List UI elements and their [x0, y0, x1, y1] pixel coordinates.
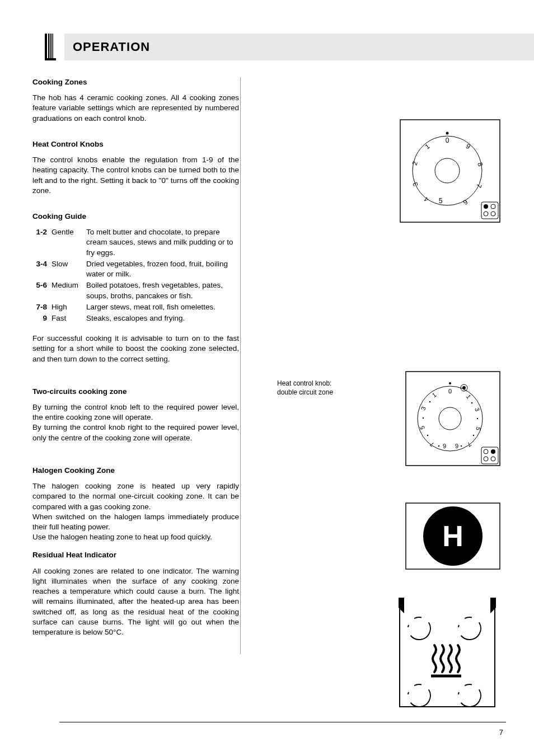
svg-text:1: 1 — [424, 142, 432, 151]
svg-point-50 — [484, 449, 488, 454]
svg-text:9: 9 — [465, 142, 472, 151]
svg-text:1: 1 — [431, 391, 438, 398]
svg-point-26 — [439, 407, 461, 430]
svg-text:H: H — [442, 520, 463, 552]
text-residual: All cooking zones are related to one ind… — [32, 566, 239, 638]
heading-halogen: Halogen Cooking Zone — [32, 466, 239, 476]
svg-rect-2 — [50, 34, 51, 59]
header-bar: OPERATION — [56, 34, 534, 60]
knob-dial-double-icon: 0 1 3 5 7 9 9 7 5 3 1 — [405, 371, 500, 468]
svg-text:5: 5 — [439, 197, 443, 205]
svg-point-21 — [491, 204, 495, 209]
svg-point-27 — [449, 382, 451, 384]
svg-point-23 — [491, 212, 495, 216]
text-cooking-guide-footer: For successful cooking it is advisable t… — [32, 334, 239, 364]
svg-text:3: 3 — [420, 406, 427, 411]
svg-rect-24 — [406, 372, 500, 466]
cooking-guide-table: 1-2 Gentle To melt butter and chocolate,… — [32, 227, 239, 323]
svg-rect-49 — [481, 447, 498, 464]
heading-heat-control: Heat Control Knobs — [32, 139, 239, 149]
svg-point-8 — [446, 132, 449, 135]
svg-point-43 — [427, 435, 428, 436]
knob-caption: Heat control knob: double circuit zone — [277, 379, 350, 397]
svg-rect-0 — [45, 34, 47, 59]
svg-point-7 — [435, 158, 460, 183]
svg-point-52 — [484, 457, 488, 461]
svg-point-45 — [461, 445, 462, 447]
svg-rect-19 — [481, 202, 498, 219]
svg-rect-4 — [45, 58, 56, 60]
right-column: 0 9 8 7 6 5 4 3 2 1 Heat control knob: — [257, 77, 506, 654]
left-column: Cooking Zones The hob has 4 ceramic cook… — [28, 77, 241, 654]
text-two-circuits-2: By turning the control knob right to the… — [32, 422, 239, 443]
header-bars-icon — [28, 34, 64, 60]
footer-rule — [59, 722, 506, 722]
guide-row: 9 Fast Steaks, escalopes and frying. — [32, 313, 239, 323]
page-number: 7 — [499, 728, 503, 736]
svg-point-41 — [429, 401, 430, 402]
svg-text:0: 0 — [448, 388, 452, 395]
heading-cooking-guide: Cooking Guide — [32, 212, 239, 222]
svg-point-47 — [477, 418, 478, 419]
svg-text:3: 3 — [411, 181, 419, 187]
svg-text:9: 9 — [455, 443, 458, 449]
svg-rect-3 — [53, 34, 54, 59]
svg-text:0: 0 — [446, 137, 449, 144]
svg-point-53 — [491, 457, 495, 461]
heading-two-circuits: Two-circuits cooking zone — [32, 387, 239, 397]
svg-text:9: 9 — [443, 443, 446, 449]
svg-rect-1 — [48, 34, 50, 59]
svg-text:6: 6 — [461, 198, 469, 206]
svg-point-46 — [473, 435, 474, 436]
guide-row: 5-6 Medium Boiled potatoes, fresh vegeta… — [32, 280, 239, 300]
svg-point-48 — [471, 402, 472, 403]
text-cooking-zones: The hob has 4 ceramic cooking zones. All… — [32, 93, 239, 124]
svg-point-51 — [491, 449, 495, 454]
heading-cooking-zones: Cooking Zones — [32, 77, 239, 87]
residual-heat-hob-icon — [394, 598, 500, 712]
svg-text:3: 3 — [474, 407, 481, 412]
svg-point-42 — [423, 417, 424, 419]
svg-point-25 — [418, 386, 483, 451]
svg-text:2: 2 — [411, 160, 419, 166]
svg-text:5: 5 — [419, 425, 426, 430]
knob-dial-large-icon: 0 9 8 7 6 5 4 3 2 1 — [400, 119, 500, 225]
guide-row: 7-8 High Larger stews, meat roll, fish o… — [32, 302, 239, 312]
svg-point-6 — [413, 136, 482, 205]
text-halogen-2: When switched on the halogen lamps immed… — [32, 512, 239, 532]
heading-residual: Residual Heat Indicator — [32, 550, 239, 560]
text-halogen-3: Use the halogen heating zone to heat up … — [32, 532, 239, 542]
guide-row: 3-4 Slow Dried vegetables, frozen food, … — [32, 259, 239, 279]
svg-text:1: 1 — [465, 393, 472, 400]
svg-point-29 — [462, 386, 466, 389]
svg-text:8: 8 — [476, 161, 484, 167]
text-halogen-1: The halogen cooking zone is heated up ve… — [32, 481, 239, 512]
text-two-circuits-1: By turning the control knob left to the … — [32, 402, 239, 422]
svg-point-44 — [438, 445, 439, 447]
content-area: Cooking Zones The hob has 4 ceramic cook… — [28, 77, 506, 654]
halogen-zone-icon: H — [405, 503, 500, 572]
guide-row: 1-2 Gentle To melt butter and chocolate,… — [32, 227, 239, 258]
svg-text:7: 7 — [475, 183, 483, 189]
text-heat-control: The control knobs enable the regulation … — [32, 155, 239, 196]
page-title: OPERATION — [73, 40, 150, 54]
svg-point-20 — [484, 204, 488, 209]
svg-point-22 — [484, 212, 488, 216]
svg-text:5: 5 — [475, 426, 482, 431]
svg-text:7: 7 — [466, 441, 472, 448]
